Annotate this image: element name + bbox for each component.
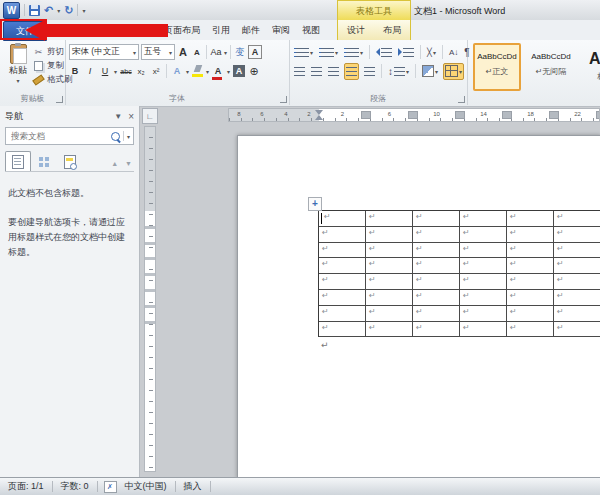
table-cell-r5c2[interactable]: ↵: [413, 290, 460, 306]
table-cell-r1c0[interactable]: ↵: [319, 227, 366, 243]
bullets-button[interactable]: ▾: [293, 45, 314, 60]
table-cell-r3c5[interactable]: ↵: [554, 258, 600, 274]
borders-button[interactable]: ▾: [443, 63, 464, 80]
table-cell-r0c2[interactable]: ↵: [413, 211, 460, 227]
table-column-marker[interactable]: [408, 111, 418, 119]
align-right-button[interactable]: [327, 64, 340, 79]
table-cell-r4c0[interactable]: ↵: [319, 274, 366, 290]
table-cell-r2c3[interactable]: ↵: [460, 243, 507, 259]
table-cell-r6c4[interactable]: ↵: [507, 306, 554, 322]
paste-button[interactable]: 粘贴 ▾: [4, 43, 32, 90]
table-cell-r2c5[interactable]: ↵: [554, 243, 600, 259]
line-spacing-button[interactable]: ↕▾: [387, 64, 410, 79]
table-cell-r0c5[interactable]: ↵: [554, 211, 600, 227]
table-cell-r6c5[interactable]: ↵: [554, 306, 600, 322]
table-cell-r4c1[interactable]: ↵: [366, 274, 413, 290]
table-cell-r6c3[interactable]: ↵: [460, 306, 507, 322]
table-cell-r7c2[interactable]: ↵: [413, 322, 460, 338]
customize-qat-icon[interactable]: ▾: [82, 7, 85, 14]
table-cell-r2c4[interactable]: ↵: [507, 243, 554, 259]
table-cell-r4c2[interactable]: ↵: [413, 274, 460, 290]
language-status[interactable]: 中文(中国): [123, 480, 175, 493]
tab-设计[interactable]: 设计: [347, 20, 365, 40]
style-标题[interactable]: AaB标题: [581, 43, 600, 91]
table-column-marker[interactable]: [455, 111, 465, 119]
table-cell-r1c5[interactable]: ↵: [554, 227, 600, 243]
justify-button[interactable]: [344, 63, 359, 80]
table-row-marker[interactable]: [145, 289, 155, 292]
character-shading-button[interactable]: A: [233, 65, 245, 77]
underline-button[interactable]: U: [99, 64, 111, 79]
search-icon[interactable]: [111, 132, 120, 141]
subscript-button[interactable]: x₂: [135, 64, 147, 79]
style-正文[interactable]: AaBbCcDd↵正文: [473, 43, 521, 91]
enclose-characters-button[interactable]: ⊕: [248, 64, 260, 79]
style-无间隔[interactable]: AaBbCcDd↵无间隔: [527, 43, 575, 91]
horizontal-ruler[interactable]: 864224681012141618202224: [228, 108, 600, 122]
table-column-marker[interactable]: [549, 111, 559, 119]
table-cell-r0c0[interactable]: ↵: [319, 211, 366, 227]
table-column-marker[interactable]: [361, 111, 371, 119]
bold-button[interactable]: B: [69, 64, 81, 79]
phonetic-guide-button[interactable]: 变: [234, 45, 246, 60]
previous-heading-icon[interactable]: ▲: [111, 160, 118, 167]
table-cell-r7c1[interactable]: ↵: [366, 322, 413, 338]
font-size-combo[interactable]: 五号 ▾: [141, 44, 175, 60]
table-column-marker[interactable]: [596, 111, 600, 119]
search-input[interactable]: [9, 130, 108, 142]
table-cell-r6c2[interactable]: ↵: [413, 306, 460, 322]
table-cell-r4c3[interactable]: ↵: [460, 274, 507, 290]
table-cell-r1c4[interactable]: ↵: [507, 227, 554, 243]
browse-results-tab[interactable]: [57, 151, 83, 171]
browse-pages-tab[interactable]: [31, 151, 57, 171]
superscript-button[interactable]: x²: [150, 64, 162, 79]
align-center-button[interactable]: [310, 64, 323, 79]
table-cell-r6c1[interactable]: ↵: [366, 306, 413, 322]
navigation-close-icon[interactable]: ×: [128, 111, 134, 122]
proofing-status-icon[interactable]: ✗: [104, 481, 117, 493]
character-border-button[interactable]: A: [248, 45, 262, 59]
vertical-ruler[interactable]: [144, 126, 156, 472]
table-cell-r5c0[interactable]: ↵: [319, 290, 366, 306]
table-cell-r2c0[interactable]: ↵: [319, 243, 366, 259]
undo-dropdown-icon[interactable]: ▾: [57, 7, 60, 14]
table-move-handle[interactable]: +: [308, 197, 322, 211]
table-row-marker[interactable]: [145, 242, 155, 245]
font-color-button[interactable]: A: [212, 64, 224, 79]
table-cell-r7c5[interactable]: ↵: [554, 322, 600, 338]
table-cell-r5c1[interactable]: ↵: [366, 290, 413, 306]
table-cell-r0c3[interactable]: ↵: [460, 211, 507, 227]
table-cell-r4c5[interactable]: ↵: [554, 274, 600, 290]
tab-邮件[interactable]: 邮件: [236, 20, 266, 40]
table-cell-r2c1[interactable]: ↵: [366, 243, 413, 259]
table-cell-r1c3[interactable]: ↵: [460, 227, 507, 243]
paragraph-dialog-launcher[interactable]: [458, 96, 465, 103]
shrink-font-button[interactable]: A: [191, 45, 203, 60]
table-column-marker[interactable]: [502, 111, 512, 119]
table-cell-r7c0[interactable]: ↵: [319, 322, 366, 338]
tab-审阅[interactable]: 审阅: [266, 20, 296, 40]
hanging-indent-marker[interactable]: [315, 115, 323, 120]
table-row-marker[interactable]: [145, 321, 155, 324]
table-cell-r5c5[interactable]: ↵: [554, 290, 600, 306]
table-cell-r3c2[interactable]: ↵: [413, 258, 460, 274]
table-cell-r2c2[interactable]: ↵: [413, 243, 460, 259]
decrease-indent-button[interactable]: [375, 45, 393, 60]
table-cell-r3c1[interactable]: ↵: [366, 258, 413, 274]
grow-font-button[interactable]: A: [177, 45, 189, 60]
table-cell-r3c0[interactable]: ↵: [319, 258, 366, 274]
distribute-button[interactable]: [363, 64, 376, 79]
table-cell-r3c4[interactable]: ↵: [507, 258, 554, 274]
paste-dropdown-icon[interactable]: ▾: [16, 77, 19, 84]
word-app-icon[interactable]: W: [3, 2, 20, 19]
asian-layout-button[interactable]: ╳▾: [426, 45, 437, 60]
sort-button[interactable]: A↓: [448, 45, 459, 60]
text-highlight-button[interactable]: [192, 65, 203, 77]
redo-icon[interactable]: ↻: [64, 5, 73, 16]
table-cell-r7c3[interactable]: ↵: [460, 322, 507, 338]
shading-button[interactable]: ▾: [421, 64, 439, 79]
text-effects-button[interactable]: A: [171, 64, 183, 79]
insert-mode-status[interactable]: 插入: [176, 480, 210, 493]
table-cell-r5c4[interactable]: ↵: [507, 290, 554, 306]
browse-headings-tab[interactable]: [5, 151, 31, 171]
